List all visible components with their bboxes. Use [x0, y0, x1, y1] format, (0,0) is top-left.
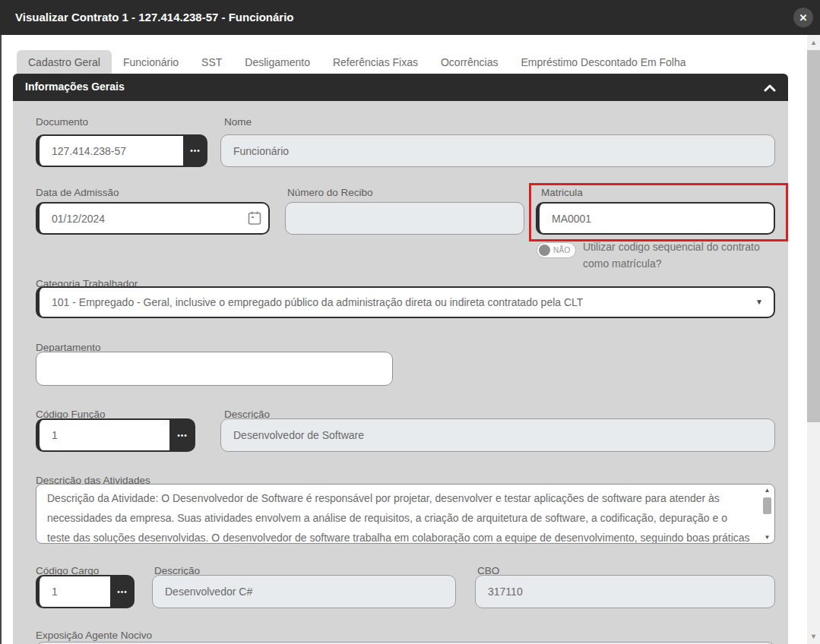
nome-label: Nome — [224, 116, 252, 128]
matricula-input[interactable] — [536, 202, 775, 235]
toggle-question-label: Utilizar codigo sequencial do contrato c… — [583, 238, 787, 272]
dropdown-caret-icon: ▼ — [755, 298, 763, 306]
numero-recibo-input[interactable] — [285, 202, 524, 235]
tab-referencias-fixas[interactable]: Referências Fixas — [321, 50, 429, 74]
tab-sst[interactable]: SST — [190, 50, 233, 74]
textarea-scrollbar[interactable]: ▲ ▼ — [762, 487, 772, 541]
tab-cadastro-geral[interactable]: Cadastro Geral — [17, 50, 112, 74]
section-header-informacoes-gerais: Informações Gerais — [13, 74, 788, 101]
documento-input[interactable] — [36, 134, 185, 167]
codigo-funcao-lookup-button[interactable]: ••• — [169, 418, 195, 452]
chevron-up-icon[interactable] — [764, 82, 776, 96]
documento-label: Documento — [36, 116, 88, 128]
codigo-cargo-group: ••• — [36, 575, 135, 608]
matricula-label: Matricula — [541, 187, 583, 198]
textarea-scroll-down-icon[interactable]: ▼ — [762, 534, 772, 541]
tab-desligamento[interactable]: Desligamento — [233, 50, 321, 74]
contract-view-modal: Visualizar Contrato 1 - 127.414.238-57 -… — [0, 0, 820, 644]
descricao-funcao-input[interactable] — [220, 418, 775, 452]
codigo-funcao-input[interactable] — [36, 418, 171, 452]
codigo-cargo-input[interactable] — [36, 575, 112, 608]
tab-funcionario[interactable]: Funcionário — [112, 50, 190, 74]
matricula-sequencial-toggle[interactable]: NÃO — [537, 242, 576, 258]
scroll-up-icon[interactable]: ▲ — [807, 39, 820, 46]
nome-input[interactable] — [220, 134, 775, 167]
close-icon[interactable]: ✕ — [793, 8, 813, 27]
toggle-knob — [539, 245, 550, 256]
tab-emprestimo-descontado[interactable]: Empréstimo Descontado Em Folha — [509, 50, 697, 74]
textarea-scroll-thumb[interactable] — [763, 497, 771, 514]
tab-ocorrencias[interactable]: Ocorrências — [429, 50, 509, 74]
modal-left-edge — [0, 35, 2, 644]
descricao-atividades-textarea[interactable]: Descrição da Atividade: O Desenvolvedor … — [36, 484, 775, 544]
textarea-scroll-up-icon[interactable]: ▲ — [762, 487, 772, 494]
numero-recibo-label: Número do Recibo — [287, 187, 373, 198]
modal-title: Visualizar Contrato 1 - 127.414.238-57 -… — [15, 11, 294, 24]
documento-lookup-button[interactable]: ••• — [183, 134, 207, 167]
page-scrollbar[interactable]: ▲ ▼ — [807, 35, 820, 644]
exposicao-agente-nocivo-label: Exposição Agente Nocivo — [36, 630, 152, 641]
section-title: Informações Gerais — [25, 80, 125, 93]
codigo-funcao-group: ••• — [36, 418, 195, 452]
cbo-input[interactable] — [475, 575, 775, 608]
codigo-cargo-lookup-button[interactable]: ••• — [110, 575, 135, 608]
toggle-state-label: NÃO — [553, 246, 571, 254]
categoria-trabalhador-value: 101 - Empregado - Geral, inclusive o emp… — [52, 296, 583, 308]
categoria-trabalhador-select[interactable]: 101 - Empregado - Geral, inclusive o emp… — [36, 286, 775, 318]
scroll-down-icon[interactable]: ▼ — [807, 633, 820, 640]
data-admissao-label: Data de Admissão — [36, 187, 119, 198]
documento-group: ••• — [36, 134, 207, 167]
scroll-thumb[interactable] — [807, 50, 820, 422]
modal-titlebar: Visualizar Contrato 1 - 127.414.238-57 -… — [0, 0, 820, 35]
tab-bar: Cadastro Geral Funcionário SST Desligame… — [17, 50, 698, 74]
descricao-atividades-text: Descrição da Atividade: O Desenvolvedor … — [47, 488, 752, 544]
departamento-input[interactable] — [36, 352, 393, 386]
descricao-cargo-input[interactable] — [152, 575, 456, 608]
data-admissao-input[interactable] — [36, 202, 270, 235]
